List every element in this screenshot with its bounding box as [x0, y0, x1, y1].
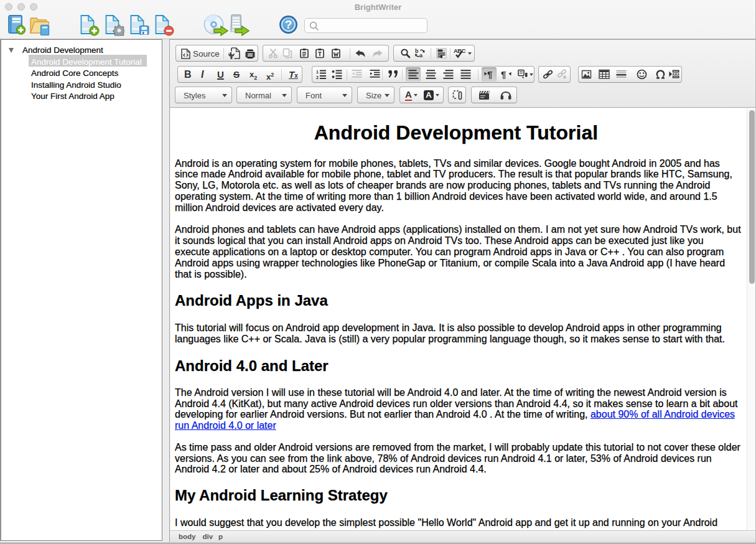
svg-text:ABC: ABC	[454, 47, 466, 54]
svg-text:a: a	[419, 52, 423, 59]
svg-text:2: 2	[316, 75, 319, 80]
svg-text:1: 1	[316, 70, 319, 74]
svg-text:?: ?	[285, 18, 292, 31]
svg-text:¶: ¶	[487, 69, 492, 80]
svg-text:¶: ¶	[501, 69, 506, 80]
svg-text:b: b	[415, 48, 419, 54]
